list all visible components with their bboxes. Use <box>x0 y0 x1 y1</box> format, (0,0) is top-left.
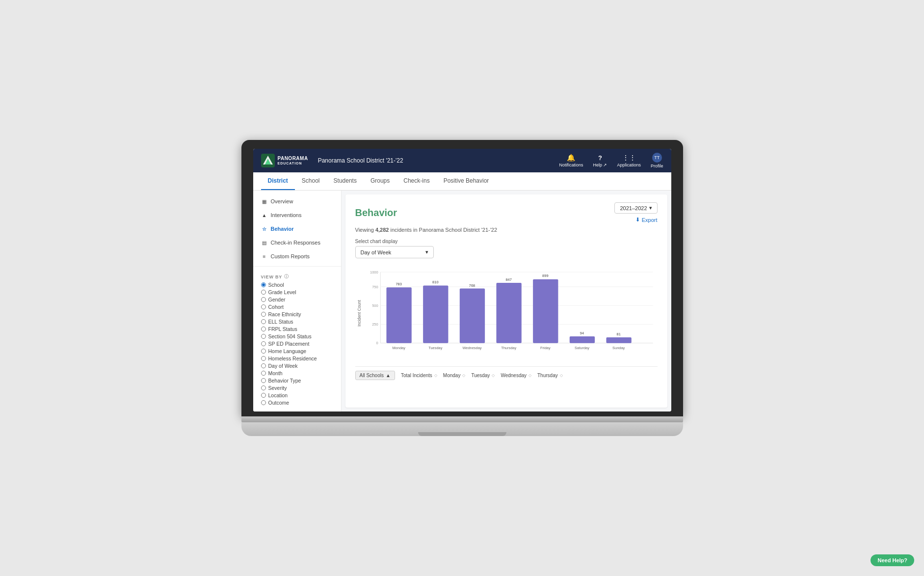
chart-display-label: Select chart display <box>355 239 658 244</box>
panorama-logo-icon <box>261 154 275 167</box>
radio-cohort[interactable]: Cohort <box>261 304 333 310</box>
svg-rect-30 <box>569 336 594 343</box>
screen: PANORAMA EDUCATION Panorama School Distr… <box>253 149 671 411</box>
laptop-container: PANORAMA EDUCATION Panorama School Distr… <box>241 140 683 436</box>
sort-icon: ◇ <box>560 373 563 378</box>
footer-wednesday[interactable]: Wednesday ◇ <box>501 373 531 378</box>
svg-text:Sunday: Sunday <box>612 346 625 350</box>
svg-text:Monday: Monday <box>392 346 405 350</box>
svg-rect-18 <box>423 286 448 343</box>
screen-bezel: PANORAMA EDUCATION Panorama School Distr… <box>241 140 683 416</box>
sidebar-item-behavior[interactable]: ☆ Behavior <box>253 222 341 236</box>
radio-behavior-type[interactable]: Behavior Type <box>261 378 333 384</box>
logo-text: PANORAMA EDUCATION <box>278 156 308 165</box>
bar-chart: Incident Count 0 250 500 750 <box>355 264 658 362</box>
footer-tuesday[interactable]: Tuesday ◇ <box>471 373 495 378</box>
sidebar-item-interventions[interactable]: ▲ Interventions <box>253 208 341 222</box>
laptop-hinge <box>241 416 683 422</box>
tab-positive-behavior[interactable]: Positive Behavior <box>437 172 496 190</box>
radio-race-ethnicity[interactable]: Race Ethnicity <box>261 311 333 317</box>
chart-select[interactable]: Day of Week ▾ <box>355 246 434 258</box>
sort-icon: ◇ <box>434 373 437 378</box>
radio-location[interactable]: Location <box>261 392 333 398</box>
radio-gender[interactable]: Gender <box>261 297 333 302</box>
radio-severity[interactable]: Severity <box>261 385 333 391</box>
svg-rect-24 <box>496 283 521 343</box>
bell-icon: 🔔 <box>567 154 575 162</box>
star-icon: ☆ <box>261 225 268 232</box>
chart-footer: All Schools ▲ Total Incidents ◇ Monday ◇ <box>355 366 658 380</box>
svg-text:750: 750 <box>372 285 378 289</box>
footer-thursday[interactable]: Thursday ◇ <box>537 373 563 378</box>
tab-school[interactable]: School <box>295 172 327 190</box>
radio-section504[interactable]: Section 504 Status <box>261 333 333 339</box>
radio-outcome[interactable]: Outcome <box>261 400 333 406</box>
radio-sp-ed[interactable]: SP ED Placement <box>261 341 333 347</box>
svg-rect-21 <box>459 289 484 343</box>
all-schools-button[interactable]: All Schools ▲ <box>355 371 395 380</box>
viewby-section: VIEW BY ⓘ School Grade Level <box>253 270 341 408</box>
svg-text:783: 783 <box>396 282 401 286</box>
svg-text:Incident Count: Incident Count <box>357 300 362 327</box>
topbar: PANORAMA EDUCATION Panorama School Distr… <box>253 149 671 172</box>
app-body: ▦ Overview ▲ Interventions ☆ Behavior ▤ … <box>253 191 671 411</box>
viewby-label: VIEW BY ⓘ <box>261 274 333 280</box>
export-button[interactable]: ⬇ Export <box>635 217 658 223</box>
grid-icon: ⋮⋮ <box>622 154 636 162</box>
svg-text:Thursday: Thursday <box>501 346 516 350</box>
logo: PANORAMA EDUCATION <box>261 154 308 167</box>
incident-count: 4,282 <box>375 227 389 233</box>
radio-ell-status[interactable]: ELL Status <box>261 319 333 325</box>
radio-day-of-week[interactable]: Day of Week <box>261 363 333 369</box>
laptop-base <box>241 422 683 436</box>
grid-icon: ▦ <box>261 198 268 205</box>
svg-text:Saturday: Saturday <box>575 346 589 350</box>
sort-icon: ◇ <box>492 373 495 378</box>
notifications-button[interactable]: 🔔 Notifications <box>559 154 583 167</box>
chart-controls: Select chart display Day of Week ▾ <box>355 239 658 258</box>
need-help-button[interactable]: Need Help? <box>871 554 914 566</box>
bar-chart-icon: ▤ <box>261 239 268 246</box>
svg-text:500: 500 <box>372 303 378 308</box>
radio-grade-level[interactable]: Grade Level <box>261 289 333 295</box>
footer-total-incidents[interactable]: Total Incidents ◇ <box>401 373 437 378</box>
svg-text:Tuesday: Tuesday <box>428 346 443 350</box>
tab-students[interactable]: Students <box>327 172 364 190</box>
help-button[interactable]: ? Help ↗ <box>593 154 607 167</box>
sort-icon: ◇ <box>462 373 465 378</box>
chevron-up-icon: ▲ <box>386 373 391 378</box>
svg-text:899: 899 <box>542 274 548 278</box>
radio-school[interactable]: School <box>261 282 333 288</box>
header-right: 2021–2022 ▾ ⬇ Export <box>614 202 657 223</box>
profile-icon: TT <box>652 153 662 163</box>
radio-home-language[interactable]: Home Language <box>261 348 333 354</box>
applications-button[interactable]: ⋮⋮ Applications <box>617 154 641 167</box>
viewby-radio-group: School Grade Level Gender <box>261 282 333 406</box>
info-icon: ⓘ <box>284 274 289 280</box>
sidebar-item-checkin-responses[interactable]: ▤ Check-in Responses <box>253 236 341 249</box>
radio-month[interactable]: Month <box>261 370 333 376</box>
chevron-down-icon: ▾ <box>425 249 428 255</box>
svg-text:81: 81 <box>616 332 620 336</box>
svg-text:847: 847 <box>505 277 511 282</box>
svg-text:250: 250 <box>372 322 378 327</box>
svg-text:0: 0 <box>376 341 378 345</box>
tab-district[interactable]: District <box>261 172 295 190</box>
sidebar-divider <box>253 266 341 267</box>
svg-text:768: 768 <box>469 283 475 288</box>
footer-monday[interactable]: Monday ◇ <box>443 373 466 378</box>
tab-checkins[interactable]: Check-ins <box>396 172 436 190</box>
year-selector[interactable]: 2021–2022 ▾ <box>614 202 657 214</box>
radio-frpl-status[interactable]: FRPL Status <box>261 326 333 332</box>
svg-text:1000: 1000 <box>370 270 378 274</box>
content-header: Behavior 2021–2022 ▾ ⬇ Export <box>355 202 658 223</box>
sort-icon: ◇ <box>528 373 531 378</box>
sidebar-item-overview[interactable]: ▦ Overview <box>253 194 341 208</box>
sidebar-item-custom-reports[interactable]: ≡ Custom Reports <box>253 249 341 263</box>
radio-homeless[interactable]: Homeless Residence <box>261 356 333 361</box>
page-title: Behavior <box>355 207 397 219</box>
svg-rect-27 <box>533 279 558 343</box>
topbar-actions: 🔔 Notifications ? Help ↗ ⋮⋮ Applications… <box>559 153 663 168</box>
profile-button[interactable]: TT Profile <box>651 153 663 168</box>
tab-groups[interactable]: Groups <box>364 172 396 190</box>
